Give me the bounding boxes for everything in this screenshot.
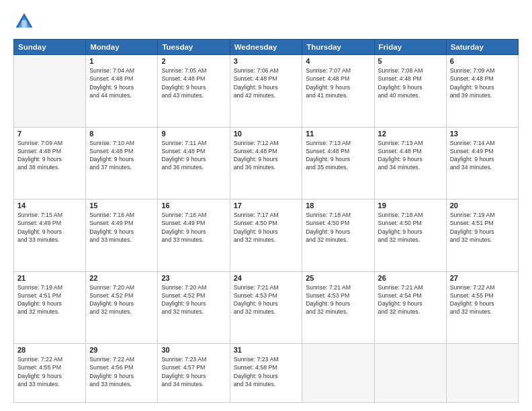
calendar-cell: 17Sunrise: 7:17 AM Sunset: 4:50 PM Dayli… [230, 199, 302, 272]
calendar-week-row: 7Sunrise: 7:09 AM Sunset: 4:48 PM Daylig… [14, 127, 519, 199]
day-info: Sunrise: 7:15 AM Sunset: 4:49 PM Dayligh… [17, 211, 82, 244]
calendar-cell: 2Sunrise: 7:05 AM Sunset: 4:48 PM Daylig… [158, 55, 230, 128]
calendar-cell: 24Sunrise: 7:21 AM Sunset: 4:53 PM Dayli… [230, 271, 302, 344]
day-info: Sunrise: 7:17 AM Sunset: 4:50 PM Dayligh… [234, 211, 299, 244]
day-number: 3 [234, 57, 299, 65]
calendar-week-row: 14Sunrise: 7:15 AM Sunset: 4:49 PM Dayli… [14, 199, 519, 272]
calendar-header-thursday: Thursday [302, 40, 374, 55]
calendar-week-row: 21Sunrise: 7:19 AM Sunset: 4:51 PM Dayli… [14, 271, 519, 344]
day-info: Sunrise: 7:10 AM Sunset: 4:48 PM Dayligh… [89, 139, 154, 172]
calendar-header-saturday: Saturday [446, 40, 518, 55]
calendar-cell: 25Sunrise: 7:21 AM Sunset: 4:53 PM Dayli… [302, 271, 374, 344]
day-number: 19 [378, 201, 443, 210]
day-info: Sunrise: 7:23 AM Sunset: 4:57 PM Dayligh… [161, 355, 226, 388]
day-number: 30 [161, 346, 226, 354]
day-number: 2 [161, 57, 226, 65]
day-info: Sunrise: 7:22 AM Sunset: 4:56 PM Dayligh… [89, 355, 154, 388]
day-info: Sunrise: 7:11 AM Sunset: 4:48 PM Dayligh… [161, 139, 226, 172]
day-number: 29 [89, 346, 154, 354]
calendar-header-tuesday: Tuesday [158, 40, 230, 55]
day-number: 24 [234, 274, 299, 282]
day-info: Sunrise: 7:04 AM Sunset: 4:48 PM Dayligh… [89, 66, 154, 99]
day-info: Sunrise: 7:09 AM Sunset: 4:48 PM Dayligh… [17, 139, 82, 172]
calendar-cell: 6Sunrise: 7:09 AM Sunset: 4:48 PM Daylig… [446, 55, 518, 128]
calendar-cell: 10Sunrise: 7:12 AM Sunset: 4:48 PM Dayli… [230, 127, 302, 199]
day-number: 27 [450, 274, 515, 282]
day-number: 16 [161, 201, 226, 210]
day-info: Sunrise: 7:19 AM Sunset: 4:51 PM Dayligh… [450, 211, 515, 244]
calendar-cell: 13Sunrise: 7:14 AM Sunset: 4:49 PM Dayli… [446, 127, 518, 199]
day-number: 20 [450, 201, 515, 210]
calendar-table: SundayMondayTuesdayWednesdayThursdayFrid… [13, 39, 519, 403]
day-info: Sunrise: 7:13 AM Sunset: 4:48 PM Dayligh… [378, 139, 443, 172]
day-number: 12 [378, 130, 443, 138]
calendar-cell: 23Sunrise: 7:20 AM Sunset: 4:52 PM Dayli… [158, 271, 230, 344]
calendar-cell: 20Sunrise: 7:19 AM Sunset: 4:51 PM Dayli… [446, 199, 518, 272]
day-number: 11 [306, 130, 370, 138]
calendar-cell: 29Sunrise: 7:22 AM Sunset: 4:56 PM Dayli… [86, 344, 158, 403]
day-info: Sunrise: 7:18 AM Sunset: 4:50 PM Dayligh… [306, 211, 370, 244]
day-info: Sunrise: 7:20 AM Sunset: 4:52 PM Dayligh… [89, 283, 154, 316]
day-info: Sunrise: 7:12 AM Sunset: 4:48 PM Dayligh… [234, 139, 299, 172]
page: SundayMondayTuesdayWednesdayThursdayFrid… [0, 0, 532, 411]
calendar-cell: 9Sunrise: 7:11 AM Sunset: 4:48 PM Daylig… [158, 127, 230, 199]
day-info: Sunrise: 7:06 AM Sunset: 4:48 PM Dayligh… [234, 66, 299, 99]
day-info: Sunrise: 7:08 AM Sunset: 4:48 PM Dayligh… [378, 66, 443, 99]
calendar-cell: 1Sunrise: 7:04 AM Sunset: 4:48 PM Daylig… [86, 55, 158, 128]
day-info: Sunrise: 7:22 AM Sunset: 4:55 PM Dayligh… [17, 355, 82, 388]
calendar-cell: 21Sunrise: 7:19 AM Sunset: 4:51 PM Dayli… [14, 271, 86, 344]
logo [13, 11, 38, 32]
day-number: 6 [450, 57, 515, 65]
calendar-cell: 5Sunrise: 7:08 AM Sunset: 4:48 PM Daylig… [374, 55, 446, 128]
day-number: 31 [234, 346, 299, 354]
day-info: Sunrise: 7:23 AM Sunset: 4:58 PM Dayligh… [234, 355, 299, 388]
day-number: 5 [378, 57, 443, 65]
calendar-cell: 11Sunrise: 7:13 AM Sunset: 4:48 PM Dayli… [302, 127, 374, 199]
day-info: Sunrise: 7:16 AM Sunset: 4:49 PM Dayligh… [161, 211, 226, 244]
day-number: 13 [450, 130, 515, 138]
day-number: 26 [378, 274, 443, 282]
svg-rect-2 [21, 20, 26, 28]
day-info: Sunrise: 7:07 AM Sunset: 4:48 PM Dayligh… [306, 66, 370, 99]
day-info: Sunrise: 7:20 AM Sunset: 4:52 PM Dayligh… [161, 283, 226, 316]
day-number: 17 [234, 201, 299, 210]
day-info: Sunrise: 7:16 AM Sunset: 4:49 PM Dayligh… [89, 211, 154, 244]
calendar-cell: 30Sunrise: 7:23 AM Sunset: 4:57 PM Dayli… [158, 344, 230, 403]
day-number: 23 [161, 274, 226, 282]
day-info: Sunrise: 7:13 AM Sunset: 4:48 PM Dayligh… [306, 139, 370, 172]
calendar-cell: 3Sunrise: 7:06 AM Sunset: 4:48 PM Daylig… [230, 55, 302, 128]
header [13, 11, 519, 32]
day-number: 9 [161, 130, 226, 138]
day-number: 22 [89, 274, 154, 282]
day-number: 15 [89, 201, 154, 210]
calendar-cell [14, 55, 86, 128]
calendar-cell: 14Sunrise: 7:15 AM Sunset: 4:49 PM Dayli… [14, 199, 86, 272]
day-number: 18 [306, 201, 370, 210]
calendar-week-row: 28Sunrise: 7:22 AM Sunset: 4:55 PM Dayli… [14, 344, 519, 403]
day-number: 1 [89, 57, 154, 65]
day-info: Sunrise: 7:14 AM Sunset: 4:49 PM Dayligh… [450, 139, 515, 172]
calendar-cell: 26Sunrise: 7:21 AM Sunset: 4:54 PM Dayli… [374, 271, 446, 344]
day-info: Sunrise: 7:21 AM Sunset: 4:53 PM Dayligh… [306, 283, 370, 316]
day-info: Sunrise: 7:19 AM Sunset: 4:51 PM Dayligh… [17, 283, 82, 316]
day-number: 7 [17, 130, 82, 138]
day-number: 25 [306, 274, 370, 282]
calendar-header-wednesday: Wednesday [230, 40, 302, 55]
calendar-cell: 12Sunrise: 7:13 AM Sunset: 4:48 PM Dayli… [374, 127, 446, 199]
calendar-cell: 27Sunrise: 7:22 AM Sunset: 4:55 PM Dayli… [446, 271, 518, 344]
calendar-cell: 4Sunrise: 7:07 AM Sunset: 4:48 PM Daylig… [302, 55, 374, 128]
calendar-header-sunday: Sunday [14, 40, 86, 55]
day-info: Sunrise: 7:09 AM Sunset: 4:48 PM Dayligh… [450, 66, 515, 99]
day-number: 8 [89, 130, 154, 138]
day-number: 14 [17, 201, 82, 210]
logo-icon [13, 11, 35, 32]
calendar-header-monday: Monday [86, 40, 158, 55]
day-number: 28 [17, 346, 82, 354]
calendar-cell: 19Sunrise: 7:18 AM Sunset: 4:50 PM Dayli… [374, 199, 446, 272]
calendar-cell: 7Sunrise: 7:09 AM Sunset: 4:48 PM Daylig… [14, 127, 86, 199]
day-info: Sunrise: 7:22 AM Sunset: 4:55 PM Dayligh… [450, 283, 515, 316]
day-number: 4 [306, 57, 370, 65]
calendar-cell: 18Sunrise: 7:18 AM Sunset: 4:50 PM Dayli… [302, 199, 374, 272]
calendar-cell: 22Sunrise: 7:20 AM Sunset: 4:52 PM Dayli… [86, 271, 158, 344]
day-info: Sunrise: 7:18 AM Sunset: 4:50 PM Dayligh… [378, 211, 443, 244]
